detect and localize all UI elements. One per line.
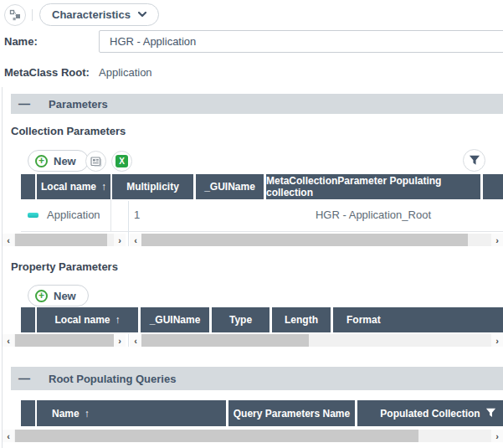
hierarchy-icon [9,9,22,22]
scroll-right-icon[interactable]: › [114,234,126,246]
column-header-length[interactable]: Length [272,307,331,332]
column-header-populating-collection[interactable]: MetaCollectionParameter Populating colle… [266,174,480,199]
new-button-label: New [54,290,76,302]
metaclass-root-label: MetaClass Root: [4,66,90,79]
panel-left-border [2,87,3,448]
scroll-left-icon[interactable]: ‹ [3,334,14,347]
filter-icon[interactable] [485,408,496,418]
root-queries-section-title: Root Populating Queries [49,373,176,385]
plus-icon: + [35,155,48,167]
root-queries-section-header[interactable]: — Root Populating Queries [11,367,503,390]
column-header-populated-collection[interactable]: Populated Collection [357,400,503,426]
property-right-scrollbar[interactable]: ‹ › [130,334,503,347]
export-excel-button[interactable]: X [111,151,132,172]
scrollbar-thumb[interactable] [15,334,114,347]
new-property-parameter-button[interactable]: + New [28,285,89,306]
scroll-right-icon[interactable]: › [114,334,126,347]
row-multiplicity: 1 [134,209,140,221]
scroll-left-icon[interactable]: ‹ [3,234,14,246]
table-row[interactable]: Application 1 HGR - Application_Root [21,199,503,232]
column-header-type[interactable]: Type [212,307,269,332]
column-header-multiplicity[interactable]: Multiplicity [112,174,193,199]
column-header-icon [21,174,35,199]
root-queries-table-header: Name↑ Query Parameters Name Populated Co… [21,400,503,426]
scroll-right-icon[interactable]: › [491,430,503,442]
root-queries-scrollbar[interactable]: ‹ › [3,430,503,442]
scrollbar-thumb[interactable] [141,334,309,347]
scroll-right-icon[interactable]: › [491,234,503,246]
chevron-down-icon [138,12,146,18]
collection-right-scrollbar[interactable]: ‹ › [130,234,503,246]
row-local-name: Application [47,209,100,221]
collection-left-scrollbar[interactable]: ‹ › [3,234,126,246]
scrollbar-thumb[interactable] [15,234,107,246]
property-parameters-heading: Property Parameters [11,260,118,273]
toolbar-divider [32,9,33,21]
collection-type-icon [28,213,38,218]
collapse-minus-icon[interactable]: — [18,373,30,384]
report-view-button[interactable] [85,151,106,172]
characteristics-dropdown-label: Characteristics [52,8,131,21]
column-header-guiname[interactable]: _GUIName [141,307,209,332]
column-header-icon [21,307,35,332]
name-label: Name: [4,35,38,48]
scroll-left-icon[interactable]: ‹ [130,234,141,246]
characteristics-dropdown[interactable]: Characteristics [39,3,159,26]
collapse-minus-icon[interactable]: — [18,98,30,110]
scroll-left-icon[interactable]: ‹ [3,430,14,442]
column-header-query-parameters-name[interactable]: Query Parameters Name [228,400,355,426]
page: Characteristics Name: MetaClass Root: Ap… [0,0,503,448]
plus-icon: + [35,290,48,302]
name-input[interactable] [99,30,503,53]
new-button-label: New [54,155,76,167]
column-header-icon [21,400,35,426]
property-parameters-table-header: Local name↑ _GUIName Type Length Format [21,307,503,332]
cell-divider [110,199,111,231]
sort-asc-icon: ↑ [85,408,90,420]
filter-icon [469,155,480,166]
scrollbar-thumb[interactable] [141,234,468,246]
new-collection-parameter-button[interactable]: + New [28,150,89,172]
parameters-section-title: Parameters [49,98,108,111]
entity-type-button[interactable] [4,4,26,26]
column-header-guiname[interactable]: _GUIName [196,174,264,199]
column-header-local-name[interactable]: Local name↑ [37,307,138,332]
scroll-left-icon[interactable]: ‹ [130,334,141,347]
scroll-right-icon[interactable]: › [491,334,503,347]
pane-split-line [128,201,129,246]
filter-button[interactable] [463,149,485,172]
collection-parameters-table-header: Local name↑ Multiplicity _GUIName MetaCo… [21,174,503,199]
column-header-local-name[interactable]: Local name↑ [37,174,110,199]
sort-asc-icon: ↑ [115,314,121,326]
property-left-scrollbar[interactable]: ‹ › [3,334,126,347]
pane-split-line [128,334,129,347]
parameters-section-header[interactable]: — Parameters [11,94,503,114]
scrollbar-thumb[interactable] [15,430,418,442]
sort-asc-icon: ↑ [101,181,106,193]
metaclass-root-value: Application [99,66,152,79]
column-header-name[interactable]: Name↑ [37,400,226,426]
collection-parameters-heading: Collection Parameters [11,125,126,137]
row-populating-collection: HGR - Application_Root [266,209,480,221]
column-header-overflow [483,174,503,199]
excel-icon: X [115,155,128,167]
document-icon [90,157,102,167]
column-header-format[interactable]: Format [333,307,503,332]
